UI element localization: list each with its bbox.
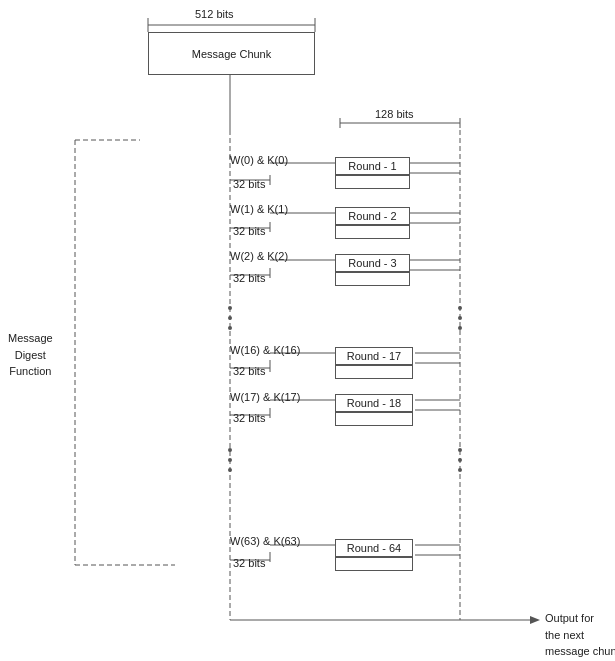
bits-128-label: 128 bits	[375, 108, 414, 120]
bits32-4-label: 32 bits	[233, 365, 265, 377]
svg-point-54	[458, 448, 462, 452]
bits-512-label: 512 bits	[195, 8, 234, 20]
round18-state-box	[335, 412, 413, 426]
output-label: Output forthe nextmessage chunk	[545, 610, 615, 660]
w1k1-label: W(1) & K(1)	[230, 203, 288, 215]
w2k2-label: W(2) & K(2)	[230, 250, 288, 262]
round17-box: Round - 17	[335, 347, 413, 365]
svg-point-48	[458, 306, 462, 310]
message-chunk-box: Message Chunk	[148, 32, 315, 75]
diagram-lines	[0, 0, 615, 661]
round1-state-box	[335, 175, 410, 189]
round3-box: Round - 3	[335, 254, 410, 272]
round64-box: Round - 64	[335, 539, 413, 557]
round3-label: Round - 3	[348, 257, 396, 269]
svg-point-46	[228, 316, 232, 320]
svg-marker-44	[530, 616, 540, 624]
round2-box: Round - 2	[335, 207, 410, 225]
svg-point-56	[458, 468, 462, 472]
svg-point-45	[228, 306, 232, 310]
round17-state-box	[335, 365, 413, 379]
round18-label: Round - 18	[347, 397, 401, 409]
round3-state-box	[335, 272, 410, 286]
round64-state-box	[335, 557, 413, 571]
svg-point-49	[458, 316, 462, 320]
w0k0-label: W(0) & K(0)	[230, 154, 288, 166]
bits32-6-label: 32 bits	[233, 557, 265, 569]
round18-box: Round - 18	[335, 394, 413, 412]
w17k17-label: W(17) & K(17)	[230, 391, 300, 403]
svg-point-51	[228, 448, 232, 452]
diagram: 512 bits Message Chunk 128 bits MessageD…	[0, 0, 615, 661]
round17-label: Round - 17	[347, 350, 401, 362]
message-digest-function-label: MessageDigestFunction	[8, 330, 53, 380]
bits32-5-label: 32 bits	[233, 412, 265, 424]
message-chunk-label: Message Chunk	[192, 48, 272, 60]
round1-box: Round - 1	[335, 157, 410, 175]
svg-point-55	[458, 458, 462, 462]
w63k63-label: W(63) & K(63)	[230, 535, 300, 547]
svg-point-50	[458, 326, 462, 330]
round2-label: Round - 2	[348, 210, 396, 222]
bits32-1-label: 32 bits	[233, 178, 265, 190]
svg-point-47	[228, 326, 232, 330]
bits32-2-label: 32 bits	[233, 225, 265, 237]
round2-state-box	[335, 225, 410, 239]
svg-point-52	[228, 458, 232, 462]
round64-label: Round - 64	[347, 542, 401, 554]
svg-point-53	[228, 468, 232, 472]
bits32-3-label: 32 bits	[233, 272, 265, 284]
round1-label: Round - 1	[348, 160, 396, 172]
w16k16-label: W(16) & K(16)	[230, 344, 300, 356]
